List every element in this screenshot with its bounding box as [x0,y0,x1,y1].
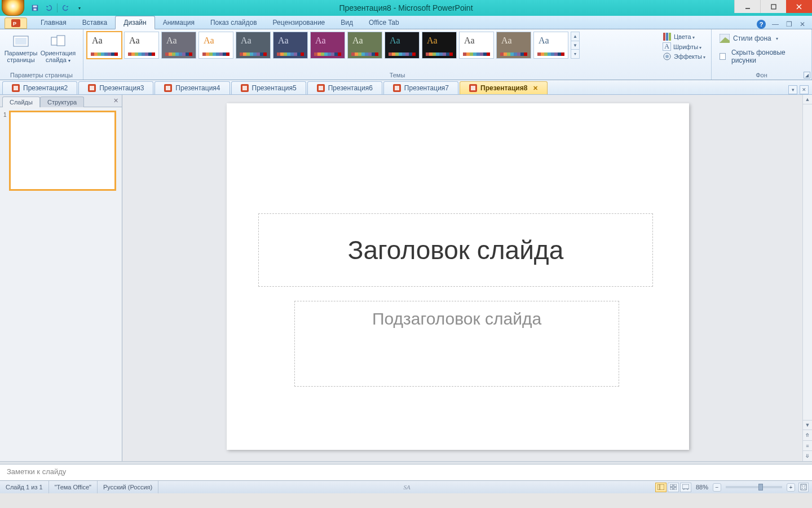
notes-placeholder-text: Заметки к слайду [7,467,66,476]
office-button[interactable] [2,0,24,16]
ribbon-minimize-icon[interactable]: — [771,20,779,28]
help-icon[interactable]: ? [757,20,766,29]
tab-design[interactable]: Дизайн [115,16,155,29]
theme-thumbnail[interactable]: Aa [198,32,233,59]
slide[interactable]: Заголовок слайда Подзаголовок слайда [227,103,689,450]
tab-view[interactable]: Вид [333,16,361,29]
theme-thumbnail[interactable]: Aa [347,32,382,59]
theme-sample-text: Aa [129,36,140,46]
theme-colors-button[interactable]: Цвета [660,32,708,42]
document-tab[interactable]: Презентация7 [383,81,458,94]
document-tab-label: Презентация2 [23,84,68,92]
save-icon[interactable] [30,3,40,13]
slides-tab[interactable]: Слайды [2,97,40,107]
status-language[interactable]: Русский (Россия) [98,481,158,493]
ribbon-restore-icon[interactable]: ❐ [785,20,793,28]
zoom-level[interactable]: 88% [696,484,708,491]
fit-to-window-button[interactable] [798,483,809,492]
svg-rect-33 [657,484,664,490]
notes-pane[interactable]: Заметки к слайду [0,465,812,480]
maximize-button[interactable] [760,0,786,13]
zoom-slider-thumb[interactable] [758,484,763,491]
svg-rect-2 [33,8,36,11]
prev-slide-icon[interactable]: ⤊ [803,430,812,440]
nav-menu-icon[interactable]: ≡ [803,440,812,451]
theme-swatches [240,52,267,56]
background-styles-button[interactable]: Стили фона ▾ [715,32,783,45]
slide-thumbnail-1[interactable]: 1 [3,112,118,190]
theme-gallery-more[interactable]: ▲▼▾ [571,32,580,59]
theme-thumbnail[interactable]: Aa [124,32,159,59]
zoom-slider[interactable] [726,486,782,488]
close-button[interactable] [786,0,812,13]
page-setup-button[interactable]: Параметры страницы [3,32,38,70]
redo-icon[interactable] [61,3,71,13]
qat-separator [57,3,58,12]
zoom-out-button[interactable]: − [713,483,721,492]
theme-sample-text: Aa [539,36,549,46]
theme-thumbnail[interactable]: Aa [87,32,122,59]
tab-review[interactable]: Рецензирование [265,16,333,29]
tab-animation[interactable]: Анимация [155,16,202,29]
hide-bg-graphics-checkbox[interactable]: Скрыть фоновые рисунки [715,49,808,67]
document-tab-close-icon[interactable]: ✕ [533,85,538,92]
title-placeholder[interactable]: Заголовок слайда [258,213,653,287]
theme-fonts-button[interactable]: A Шрифты [660,42,708,51]
theme-thumbnail[interactable]: Aa [236,32,271,59]
subtitle-placeholder-text: Подзаголовок слайда [372,309,541,328]
theme-thumbnail[interactable]: Aa [385,32,420,59]
outline-tab[interactable]: Структура [40,97,84,107]
next-slide-icon[interactable]: ⤋ [803,450,812,461]
svg-rect-28 [319,86,323,90]
ribbon-close-icon[interactable]: ✕ [798,20,806,28]
theme-effects-button[interactable]: Эффекты [660,51,708,62]
zoom-in-button[interactable]: + [787,483,795,492]
qat-customize-icon[interactable]: ▾ [74,3,85,13]
document-tab[interactable]: Презентация2 [2,81,77,94]
theme-thumbnail[interactable]: Aa [273,32,308,59]
theme-thumbnail[interactable]: Aa [496,32,531,59]
scroll-down-icon[interactable]: ▼ [803,420,812,430]
tab-slideshow[interactable]: Показ слайдов [202,16,265,29]
document-tab-label: Презентация8 [480,84,527,92]
document-tab[interactable]: Презентация5 [231,81,306,94]
theme-thumbnail[interactable]: Aa [459,32,494,59]
theme-thumbnail[interactable]: Aa [161,32,196,59]
svg-rect-20 [14,86,18,90]
group-background: Стили фона ▾ Скрыть фоновые рисунки Фон … [712,29,812,80]
group-background-label: Фон [712,72,811,78]
vertical-scrollbar[interactable]: ▲ ▼ ⤊ ≡ ⤋ [802,95,812,461]
view-slideshow-button[interactable] [680,483,691,492]
undo-icon[interactable] [43,3,54,13]
slides-pane-close-icon[interactable]: ✕ [113,97,118,104]
tab-officetab[interactable]: Office Tab [361,16,407,29]
doc-tabs-menu-button[interactable]: ▾ [788,85,797,94]
minimize-button[interactable] [734,0,760,13]
theme-thumbnail[interactable]: Aa [422,32,457,59]
file-menu-button[interactable]: P [5,17,27,29]
theme-swatches [128,52,155,56]
background-dialog-launcher[interactable]: ◢ [804,72,810,78]
colors-icon [663,32,672,41]
doc-tabs-close-button[interactable]: ✕ [800,85,809,94]
svg-rect-30 [395,86,399,90]
theme-thumbnail[interactable]: Aa [310,32,345,59]
theme-sample-text: Aa [501,36,512,46]
group-page-setup: Параметры страницы Ориентация слайда ▾ П… [0,29,83,80]
group-page-setup-label: Параметры страницы [0,72,83,78]
view-sorter-button[interactable] [668,483,679,492]
tab-insert[interactable]: Вставка [74,16,116,29]
view-normal-button[interactable] [655,483,667,492]
slide-orientation-button[interactable]: Ориентация слайда ▾ [41,32,76,70]
document-tab[interactable]: Презентация6 [307,81,382,94]
document-tab[interactable]: Презентация8✕ [460,81,548,94]
group-themes-label: Темы [83,72,711,78]
svg-rect-38 [674,488,677,490]
document-tab[interactable]: Презентация3 [78,81,153,94]
subtitle-placeholder[interactable]: Подзаголовок слайда [294,301,619,387]
scroll-up-icon[interactable]: ▲ [803,95,812,104]
document-tab[interactable]: Презентация4 [155,81,230,94]
svg-rect-14 [666,33,668,41]
theme-thumbnail[interactable]: Aa [533,32,568,59]
tab-home[interactable]: Главная [33,16,74,29]
